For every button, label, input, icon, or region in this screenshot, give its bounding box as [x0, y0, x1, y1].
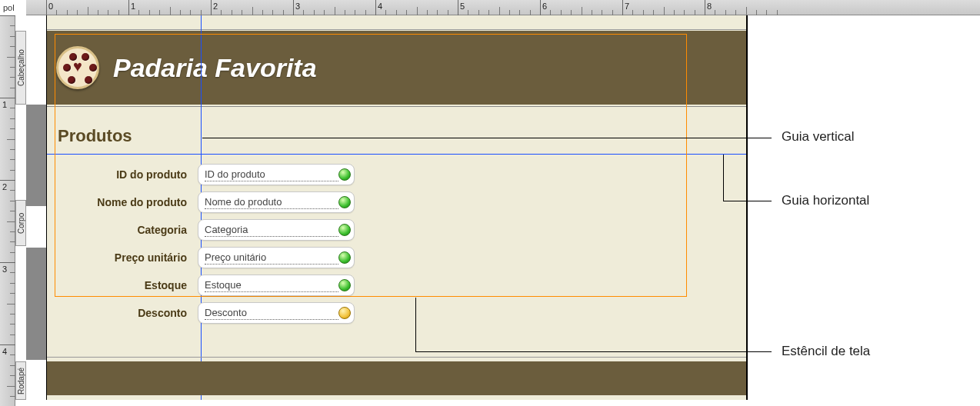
- ruler-number: 3: [2, 265, 7, 274]
- field-label: Nome do produto: [47, 196, 198, 208]
- ruler-number: 0: [48, 2, 53, 11]
- section-tab-body[interactable]: Corpo: [15, 200, 26, 246]
- field-placeholder: Categoria: [205, 224, 338, 237]
- ruler-number: 5: [460, 2, 465, 11]
- report-footer: [47, 361, 746, 395]
- field-label: Estoque: [47, 279, 198, 291]
- guide-horizontal[interactable]: [47, 154, 746, 155]
- field-placeholder: Desconto: [205, 307, 338, 320]
- callout-vertical-guide: Guia vertical: [782, 129, 854, 145]
- section-tab-footer[interactable]: Rodapé: [15, 361, 26, 400]
- field-placeholder: Preço unitário: [205, 251, 338, 265]
- field-label: Preço unitário: [47, 251, 198, 264]
- section-gap: [26, 105, 46, 206]
- form-row: Nome do produtoNome do produto: [47, 189, 746, 215]
- ruler-number: 2: [213, 2, 218, 11]
- field-label: Desconto: [47, 307, 198, 319]
- callout-line: [415, 351, 772, 352]
- field-input[interactable]: Desconto: [198, 302, 355, 324]
- status-ok-icon[interactable]: [338, 279, 351, 291]
- field-input[interactable]: Nome do produto: [198, 191, 355, 213]
- callout-line: [202, 138, 772, 138]
- ruler-number: 7: [625, 2, 629, 11]
- field-input[interactable]: Estoque: [198, 275, 355, 296]
- report-title: Padaria Favorita: [113, 53, 317, 83]
- status-ok-icon[interactable]: [338, 196, 351, 208]
- status-ok-icon[interactable]: [338, 251, 351, 264]
- ruler-number: 8: [707, 2, 712, 11]
- section-divider: [47, 357, 746, 358]
- callout-horizontal-guide: Guia horizontal: [782, 193, 869, 208]
- ruler-number: 3: [295, 2, 300, 11]
- ruler-number: 4: [378, 2, 382, 11]
- field-label: ID do produto: [47, 168, 198, 181]
- field-input[interactable]: Preço unitário: [198, 247, 355, 268]
- report-header: ♥ Padaria Favorita: [47, 31, 746, 105]
- field-label: Categoria: [47, 224, 198, 236]
- ruler-number: 1: [2, 100, 7, 109]
- bakery-logo-icon: ♥: [56, 46, 99, 89]
- field-placeholder: ID do produto: [205, 168, 338, 181]
- callout-line: [723, 201, 772, 201]
- section-gap: [26, 248, 46, 360]
- ruler-vertical[interactable]: 1234: [0, 15, 15, 406]
- section-divider: [47, 106, 746, 107]
- heart-icon: ♥: [73, 58, 82, 75]
- status-ok-icon[interactable]: [338, 224, 351, 236]
- form-row: ID do produtoID do produto: [47, 161, 746, 188]
- field-placeholder: Estoque: [205, 279, 338, 292]
- section-tab-header[interactable]: Cabeçalho: [15, 31, 26, 105]
- ruler-number: 6: [542, 2, 547, 11]
- form-row: CategoriaCategoria: [47, 217, 746, 243]
- ruler-number: 1: [131, 2, 135, 11]
- form-row: DescontoDesconto: [47, 300, 746, 326]
- field-placeholder: Nome do produto: [205, 196, 338, 209]
- design-canvas[interactable]: ♥ Padaria Favorita Produtos ID do produt…: [46, 15, 748, 400]
- callout-line: [415, 298, 416, 351]
- ruler-unit-label: pol: [3, 3, 15, 12]
- form-row: Preço unitárioPreço unitário: [47, 245, 746, 271]
- ruler-number: 4: [2, 347, 7, 356]
- ruler-number: 2: [2, 182, 7, 191]
- status-warning-icon[interactable]: [338, 307, 351, 319]
- status-ok-icon[interactable]: [338, 168, 351, 181]
- section-heading: Produtos: [58, 126, 132, 146]
- form-row: EstoqueEstoque: [47, 272, 746, 298]
- callout-line: [723, 155, 724, 201]
- section-divider: [47, 29, 746, 30]
- field-input[interactable]: Categoria: [198, 219, 355, 241]
- ruler-horizontal[interactable]: 012345678: [26, 0, 980, 15]
- callout-stencil: Estêncil de tela: [782, 344, 870, 359]
- field-input[interactable]: ID do produto: [198, 164, 355, 185]
